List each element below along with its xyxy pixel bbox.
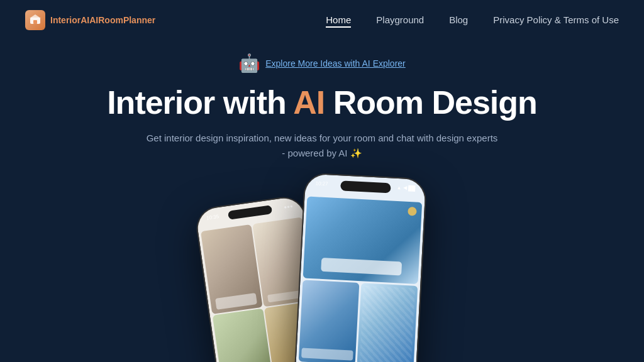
- phone-right-signal: ▲ ◀ ██: [396, 185, 415, 192]
- logo[interactable]: InteriorAIAIRoomPlanner: [25, 10, 155, 30]
- phone-right-screen: 10:27 ▲ ◀ ██: [294, 174, 425, 362]
- nav-item-blog[interactable]: Blog: [449, 14, 468, 26]
- explore-badge: 🤖 Explore More Ideas with AI Explorer: [238, 53, 406, 74]
- phone-left-notch: [227, 205, 272, 220]
- room-cell-3: 🪴: [212, 309, 274, 362]
- nav-item-playground[interactable]: Playground: [376, 14, 424, 26]
- hero-section: 🤖 Explore More Ideas with AI Explorer In…: [0, 40, 644, 362]
- hero-title: Interior with AI Room Design: [107, 85, 537, 121]
- blue-room-cell-2: [298, 280, 359, 362]
- nav-links: Home Playground Blog Privacy Policy & Te…: [326, 14, 619, 26]
- hero-subtitle: Get interior design inspiration, new ide…: [146, 131, 498, 161]
- nav-link-playground[interactable]: Playground: [376, 14, 424, 25]
- phone-left-signal: ●●●: [283, 204, 293, 211]
- phone-left-time: 10:35: [206, 214, 219, 221]
- blue-room-cell-3: [357, 283, 418, 362]
- nav-link-home[interactable]: Home: [326, 14, 351, 28]
- nav-link-privacy[interactable]: Privacy Policy & Terms of Use: [493, 14, 619, 25]
- nav-item-home[interactable]: Home: [326, 14, 351, 26]
- phone-right-time: 10:27: [315, 180, 328, 187]
- room-cell-1: [200, 224, 262, 314]
- phone-right-grid: [296, 194, 425, 362]
- blue-room-cell-1: [303, 197, 422, 284]
- logo-icon: [25, 10, 45, 30]
- svg-marker-1: [30, 14, 41, 18]
- navbar: InteriorAIAIRoomPlanner Home Playground …: [0, 0, 644, 40]
- mascot-icon: 🤖: [238, 53, 260, 74]
- hero-title-part1: Interior with: [107, 84, 293, 121]
- phone-right-notch: [340, 180, 391, 193]
- nav-link-blog[interactable]: Blog: [449, 14, 468, 25]
- nav-item-privacy[interactable]: Privacy Policy & Terms of Use: [493, 14, 619, 26]
- logo-text: InteriorAIAIRoomPlanner: [50, 15, 155, 25]
- hero-title-part2: Room Design: [325, 84, 537, 121]
- explore-link[interactable]: Explore More Ideas with AI Explorer: [265, 58, 406, 69]
- hero-title-ai: AI: [293, 84, 325, 121]
- phones-showcase: 10:35 ●●● 🪴: [0, 180, 644, 362]
- svg-rect-2: [33, 20, 37, 24]
- phone-right: 10:27 ▲ ◀ ██: [293, 172, 427, 362]
